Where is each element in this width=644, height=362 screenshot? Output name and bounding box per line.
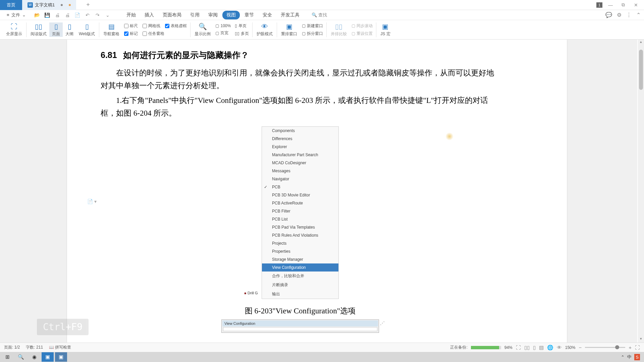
app-2-icon[interactable]: ▣ xyxy=(55,352,67,362)
label: 拆分窗口 xyxy=(307,31,323,37)
new-tab-button[interactable]: + xyxy=(86,1,90,8)
fullscreen-status-icon[interactable]: ⛶ xyxy=(635,345,640,350)
tray-expand-icon[interactable]: ⌃ xyxy=(621,355,625,360)
backup-progress xyxy=(471,346,501,349)
menu-view[interactable]: 视图 xyxy=(222,11,240,19)
dropdown-icon[interactable]: ⌄ xyxy=(104,12,111,18)
ime-indicator[interactable]: 中 xyxy=(627,354,632,360)
export-icon[interactable]: 📄 xyxy=(74,12,81,18)
ruler-checkbox[interactable]: 标尺 xyxy=(124,23,138,29)
scroll-up-icon[interactable]: ▴ xyxy=(638,40,644,46)
rearrange-button[interactable]: ▣ 重排窗口 xyxy=(278,22,300,37)
notification-badge[interactable]: 1 xyxy=(596,2,602,8)
gridlines-checkbox[interactable]: 网格线 xyxy=(143,23,160,29)
search-box[interactable]: 🔍 查找 xyxy=(312,12,327,18)
zoom-thumb[interactable] xyxy=(615,345,619,349)
spell-check[interactable]: 📖 拼写检查 xyxy=(49,345,71,350)
file-menu[interactable]: ≡ 文件 ⌄ xyxy=(3,12,29,18)
label: 网格线 xyxy=(148,23,160,29)
vertical-scrollbar[interactable]: ▴ ▾ xyxy=(638,40,644,343)
maximize-button[interactable]: ⧉ xyxy=(619,0,628,10)
print-preview-icon[interactable]: 🖨 xyxy=(64,12,71,18)
zoom-100-button[interactable]: ▢100% xyxy=(215,23,231,28)
macro-icon: ▣ xyxy=(382,22,388,31)
read-mode-button[interactable]: ▯▯ 阅读版式 xyxy=(28,22,49,37)
home-tab[interactable]: 首页 xyxy=(0,0,22,10)
document-page[interactable]: 6.81 如何进行元素的显示与隐藏操作？ 在设计的时候，为了更好地识别和引用，就… xyxy=(67,40,567,346)
panels-menu-item: PCB 3D Movie Editor xyxy=(262,191,338,199)
zoom-out-button[interactable]: − xyxy=(579,345,582,350)
undo-icon[interactable]: ↶ xyxy=(84,12,91,18)
table-guides-checkbox[interactable]: 表格虚框 xyxy=(165,23,187,29)
page-view-button[interactable]: ▯ 页面 xyxy=(49,22,63,37)
split-window-button[interactable]: ▢拆分窗口 xyxy=(302,31,323,37)
redo-icon[interactable]: ↷ xyxy=(94,12,101,18)
menu-references[interactable]: 引用 xyxy=(186,11,204,19)
label: 页面 xyxy=(52,31,60,37)
collapse-icon[interactable]: ⌃ xyxy=(636,12,641,18)
eye-icon: 👁 xyxy=(261,23,268,31)
document-tab[interactable]: W 文字文稿1 xyxy=(22,0,76,10)
multi-page-button[interactable]: ▯▯多页 xyxy=(235,31,249,37)
menu-security[interactable]: 安全 xyxy=(259,11,276,19)
outline-button[interactable]: ▯ 大纲 xyxy=(63,22,76,37)
menu-review[interactable]: 审阅 xyxy=(204,11,222,19)
app-1-icon[interactable]: ▣ xyxy=(42,352,54,362)
zoom-in-button[interactable]: + xyxy=(629,345,632,350)
icon: ▯▯ xyxy=(235,31,239,36)
task-pane-checkbox[interactable]: 任务窗格 xyxy=(143,31,164,37)
save-icon[interactable]: 💾 xyxy=(44,12,51,18)
js-macro-button[interactable]: ▣ JS 宏 xyxy=(378,22,393,37)
nav-pane-button[interactable]: ▤ 导航窗格 xyxy=(101,22,122,37)
menu-insert[interactable]: 插入 xyxy=(141,11,158,19)
search-button[interactable]: 🔍 xyxy=(15,352,27,362)
menu-chapter[interactable]: 章节 xyxy=(240,11,258,19)
menu-devtools[interactable]: 开发工具 xyxy=(277,11,304,19)
eye-mode-status-icon[interactable]: 👁 xyxy=(557,345,562,350)
settings-icon[interactable]: ⚙ xyxy=(617,12,622,18)
page-indicator[interactable]: 页面: 1/2 xyxy=(4,345,20,350)
icon: ▢ xyxy=(302,31,306,36)
zoom-level[interactable]: 150% xyxy=(565,345,576,350)
menu-layout[interactable]: 页面布局 xyxy=(159,11,185,19)
page-handle-icon[interactable]: 📄 ▾ xyxy=(87,199,97,204)
reset-pos-button: ▢重设位置 xyxy=(352,31,373,37)
ime-icon[interactable]: S xyxy=(634,354,640,360)
print-icon[interactable]: 🖨 xyxy=(54,12,61,18)
zoom-slider[interactable] xyxy=(585,347,625,348)
start-button[interactable]: ⊞ xyxy=(1,352,13,362)
eye-mode-button[interactable]: 👁 护眼模式 xyxy=(254,23,275,37)
zoom-button[interactable]: 🔍 显示比例 xyxy=(192,22,213,37)
open-icon[interactable]: 📂 xyxy=(34,12,41,18)
file-menu-label: 文件 xyxy=(11,12,20,18)
panels-menu-item: Explorer xyxy=(262,143,338,151)
single-page-button[interactable]: ▯单页 xyxy=(235,23,249,29)
page-width-button[interactable]: ▢页宽 xyxy=(215,30,231,36)
new-window-button[interactable]: ▢新建窗口 xyxy=(302,23,323,29)
close-button[interactable]: ✕ xyxy=(631,0,641,10)
panels-menu-item: Manufacturer Part Search xyxy=(262,151,338,159)
more-icon[interactable]: ⋮ xyxy=(626,12,632,18)
fit-icon[interactable]: ⛶ xyxy=(516,345,521,350)
minimize-button[interactable]: — xyxy=(606,0,615,10)
label: 新建窗口 xyxy=(307,23,323,29)
icon: ▢ xyxy=(352,31,355,36)
web-mode-icon[interactable]: 🌐 xyxy=(547,345,553,351)
view-mode-2-icon[interactable]: ▯ xyxy=(533,345,536,351)
word-count[interactable]: 字数: 211 xyxy=(26,345,43,350)
figure-2: View Configuration ⋰ xyxy=(221,319,379,333)
web-view-button[interactable]: ▯ Web版式 xyxy=(76,22,98,37)
heading: 6.81 如何进行元素的显示与隐藏操作？ xyxy=(101,50,500,61)
sync-scroll-button: ▢同步滚动 xyxy=(352,23,373,29)
scrollbar-thumb[interactable] xyxy=(639,50,643,90)
scroll-down-icon[interactable]: ▾ xyxy=(638,337,644,343)
page-icon: ▯ xyxy=(54,22,58,31)
menu-start[interactable]: 开始 xyxy=(122,11,140,19)
view-mode-1-icon[interactable]: ▯▯ xyxy=(524,345,530,351)
view-mode-3-icon[interactable]: ▤ xyxy=(539,345,544,351)
web-icon: ▯ xyxy=(85,22,89,31)
chrome-icon[interactable]: ◉ xyxy=(28,352,40,362)
fullscreen-button[interactable]: ⛶ 全屏显示 xyxy=(3,23,25,37)
chat-icon[interactable]: 💬 xyxy=(605,12,612,18)
marks-checkbox[interactable]: 标记 xyxy=(124,31,138,37)
